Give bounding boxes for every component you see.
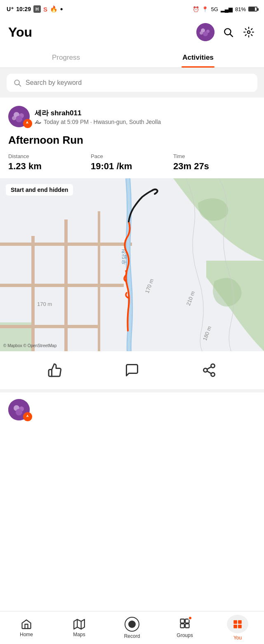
record-circle bbox=[125, 617, 139, 632]
nav-label-record: Record bbox=[124, 633, 140, 639]
stat-pace-value: 19:01 /km bbox=[91, 161, 173, 172]
svg-point-8 bbox=[248, 31, 250, 34]
activity-title: Afternoon Run bbox=[8, 134, 256, 147]
svg-point-15 bbox=[12, 116, 16, 120]
tab-progress[interactable]: Progress bbox=[0, 48, 132, 68]
map-svg: 우담천 170 m 210 m 170 m 180 m bbox=[0, 178, 264, 351]
app-icon-h: H bbox=[33, 5, 41, 13]
svg-rect-49 bbox=[238, 625, 242, 628]
svg-point-4 bbox=[200, 31, 203, 35]
network-text: 5G bbox=[211, 6, 218, 12]
groups-badge bbox=[188, 616, 192, 620]
search-box bbox=[7, 74, 257, 92]
like-button[interactable] bbox=[44, 359, 66, 381]
nav-label-home: Home bbox=[20, 632, 33, 637]
svg-point-38 bbox=[16, 409, 22, 415]
comment-button[interactable] bbox=[121, 359, 143, 381]
activity-map[interactable]: 우담천 170 m 210 m 170 m 180 m Start and en… bbox=[0, 178, 264, 351]
tab-activities[interactable]: Activities bbox=[132, 48, 264, 68]
svg-marker-39 bbox=[74, 619, 85, 629]
share-button[interactable] bbox=[198, 359, 220, 381]
nav-item-groups[interactable]: Groups bbox=[158, 611, 211, 644]
battery-icon bbox=[248, 7, 257, 12]
you-nav-icon bbox=[232, 619, 243, 630]
activity-stats: Distance 1.23 km Pace 19:01 /km Time 23m… bbox=[8, 153, 256, 172]
signal-bars: ▂▄▆ bbox=[221, 6, 233, 12]
svg-line-7 bbox=[230, 34, 233, 37]
tabs-container: Progress Activities bbox=[0, 48, 264, 68]
nav-item-record[interactable]: Record bbox=[106, 611, 158, 644]
svg-point-3 bbox=[203, 31, 208, 36]
alarm-icon: ⏰ bbox=[193, 6, 199, 12]
svg-rect-46 bbox=[233, 620, 237, 624]
svg-rect-48 bbox=[233, 625, 237, 628]
svg-line-33 bbox=[207, 371, 211, 373]
time-text: 10:29 bbox=[16, 6, 31, 12]
bottom-nav: Home Maps Record Groups bbox=[0, 611, 264, 644]
stat-time: Time 23m 27s bbox=[173, 153, 256, 172]
status-right: ⏰ 📍 5G ▂▄▆ 81% bbox=[193, 6, 257, 12]
you-nav-circle bbox=[227, 615, 248, 633]
stat-time-label: Time bbox=[173, 153, 256, 159]
nav-item-home[interactable]: Home bbox=[0, 611, 53, 644]
nav-label-groups: Groups bbox=[177, 632, 193, 638]
shoe-icon bbox=[35, 119, 41, 125]
activity-user-avatar-wrapper bbox=[8, 106, 30, 127]
map-label: Start and end hidden bbox=[6, 184, 73, 196]
header-actions bbox=[196, 23, 256, 41]
next-card-strava-badge bbox=[23, 412, 32, 421]
svg-rect-42 bbox=[181, 619, 184, 623]
status-left: U⁺ 10:29 H S 🔥 • bbox=[7, 5, 63, 14]
settings-button[interactable] bbox=[242, 25, 256, 39]
maps-icon bbox=[73, 618, 85, 630]
activity-card: 세라 shrah011 Today at 5:09 PM · Hwasun-gu… bbox=[0, 98, 264, 172]
home-icon bbox=[21, 618, 32, 630]
stat-pace: Pace 19:01 /km bbox=[91, 153, 173, 172]
stat-time-value: 23m 27s bbox=[173, 161, 256, 172]
nav-label-you: You bbox=[233, 635, 242, 641]
svg-point-5 bbox=[208, 33, 211, 36]
page-title: You bbox=[8, 25, 32, 40]
nav-item-you[interactable]: You bbox=[211, 611, 264, 644]
next-card-peek bbox=[0, 392, 264, 427]
carrier-text: U⁺ bbox=[7, 6, 14, 12]
action-bar bbox=[0, 351, 264, 392]
activity-timestamp: Today at 5:09 PM · Hwasun-gun, South Jeo… bbox=[44, 119, 161, 125]
svg-point-14 bbox=[16, 116, 22, 122]
strava-badge bbox=[23, 119, 32, 128]
app-icon-s: S bbox=[43, 6, 47, 13]
user-avatar-header[interactable] bbox=[196, 23, 214, 41]
search-icon bbox=[13, 79, 21, 87]
activity-meta: Today at 5:09 PM · Hwasun-gun, South Jeo… bbox=[35, 119, 256, 125]
next-card-avatar-wrapper bbox=[8, 399, 30, 420]
map-credit: © Mapbox © OpenStreetMap bbox=[3, 343, 57, 348]
status-bar: U⁺ 10:29 H S 🔥 • ⏰ 📍 5G ▂▄▆ 81% bbox=[0, 0, 264, 18]
svg-rect-45 bbox=[185, 624, 189, 628]
activity-user-name: 세라 shrah011 bbox=[35, 108, 256, 118]
stat-distance: Distance 1.23 km bbox=[8, 153, 91, 172]
svg-line-34 bbox=[207, 367, 211, 369]
search-input[interactable] bbox=[26, 79, 251, 86]
activity-user-info: 세라 shrah011 Today at 5:09 PM · Hwasun-gu… bbox=[35, 108, 256, 125]
search-section bbox=[0, 68, 264, 98]
activity-user-row: 세라 shrah011 Today at 5:09 PM · Hwasun-gu… bbox=[8, 106, 256, 127]
svg-text:170 m: 170 m bbox=[37, 301, 52, 307]
stat-pace-label: Pace bbox=[91, 153, 173, 159]
battery-text: 81% bbox=[235, 6, 246, 12]
svg-line-10 bbox=[19, 84, 21, 86]
search-button[interactable] bbox=[221, 25, 235, 39]
groups-icon-wrapper bbox=[179, 618, 191, 631]
record-dot bbox=[128, 621, 136, 628]
header: You bbox=[0, 18, 264, 48]
stat-distance-label: Distance bbox=[8, 153, 91, 159]
location-icon: 📍 bbox=[202, 6, 208, 12]
nav-label-maps: Maps bbox=[73, 632, 85, 637]
svg-rect-44 bbox=[181, 624, 184, 628]
nav-item-maps[interactable]: Maps bbox=[53, 611, 106, 644]
svg-rect-47 bbox=[238, 620, 242, 624]
app-icon-dot: • bbox=[60, 5, 63, 14]
app-icon-fire: 🔥 bbox=[50, 5, 58, 13]
stat-distance-value: 1.23 km bbox=[8, 161, 91, 172]
